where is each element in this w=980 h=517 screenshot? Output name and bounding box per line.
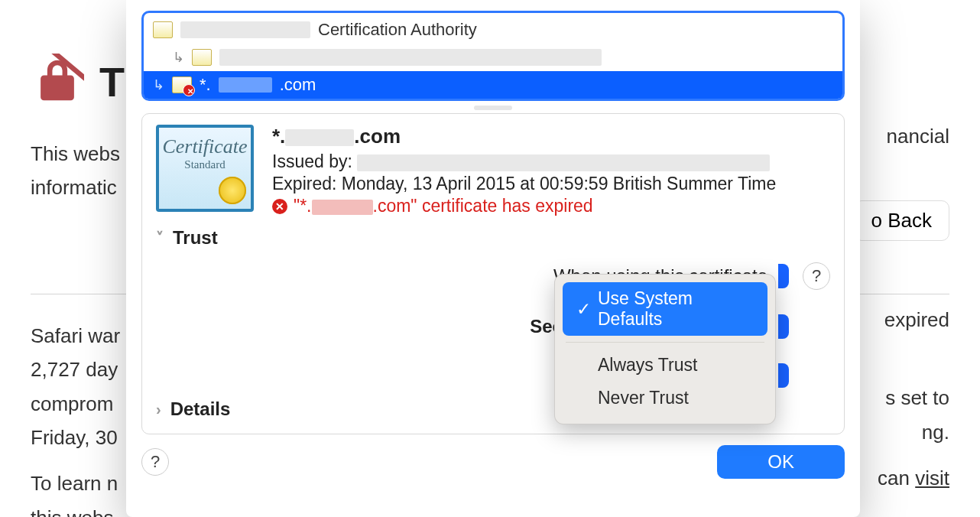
dropdown-option-label: Never Trust bbox=[598, 388, 689, 408]
trust-select[interactable] bbox=[778, 264, 789, 288]
help-button[interactable]: ? bbox=[803, 262, 830, 290]
certificate-icon bbox=[192, 49, 212, 66]
lock-slash-icon bbox=[31, 54, 84, 109]
bg-text: This webs bbox=[31, 142, 120, 165]
bg-text: To learn n bbox=[31, 472, 118, 495]
ok-button[interactable]: OK bbox=[717, 445, 845, 479]
arrow-down-right-icon: ↳ bbox=[173, 49, 184, 66]
chevron-down-icon: ˅ bbox=[156, 229, 164, 247]
chevron-right-icon: › bbox=[156, 401, 161, 418]
dropdown-option-never-trust[interactable]: Never Trust bbox=[563, 382, 767, 415]
bg-text: can bbox=[878, 467, 915, 489]
redacted-text bbox=[180, 21, 310, 38]
chain-leaf-label: .com bbox=[280, 75, 316, 95]
trust-select[interactable] bbox=[778, 363, 789, 388]
expired-line: Expired: Monday, 13 April 2015 at 00:59:… bbox=[272, 174, 830, 194]
error-icon: ✕ bbox=[272, 199, 287, 214]
bg-text: nancial bbox=[887, 125, 949, 148]
chain-intermediate[interactable]: ↳ bbox=[148, 44, 838, 71]
resize-handle[interactable] bbox=[474, 106, 512, 110]
trust-select[interactable] bbox=[778, 314, 789, 339]
check-icon: ✓ bbox=[576, 299, 590, 320]
bg-text: 2,727 day bbox=[31, 358, 118, 381]
issued-by-line: Issued by: bbox=[272, 151, 830, 172]
chain-leaf-selected[interactable]: ↳ *. .com bbox=[144, 71, 842, 99]
dropdown-option-always-trust[interactable]: Always Trust bbox=[563, 349, 767, 382]
visit-link[interactable]: visit bbox=[915, 467, 949, 489]
bg-text: informatic bbox=[31, 176, 117, 199]
certificate-name: *..com bbox=[272, 125, 830, 148]
certificate-badge-icon: Certificate Standard bbox=[156, 125, 254, 212]
arrow-down-right-icon: ↳ bbox=[153, 76, 164, 93]
redacted-text bbox=[219, 77, 272, 93]
badge-text: Certificate bbox=[159, 128, 251, 158]
go-back-button[interactable]: o Back bbox=[854, 200, 950, 241]
chain-root-label: Certification Authority bbox=[318, 20, 477, 40]
chain-root[interactable]: Certification Authority bbox=[148, 16, 838, 44]
certificate-error-line: ✕ "*..com" certificate has expired bbox=[272, 196, 830, 216]
menu-separator bbox=[566, 342, 764, 343]
bg-text: Safari war bbox=[31, 324, 120, 347]
chain-leaf-label: *. bbox=[200, 75, 211, 95]
redacted-text bbox=[219, 49, 602, 66]
seal-icon bbox=[219, 177, 246, 204]
page-title: T bbox=[99, 58, 125, 106]
bg-text: Friday, 30 bbox=[31, 426, 118, 449]
dialog-help-button[interactable]: ? bbox=[141, 448, 169, 476]
certificate-chain[interactable]: Certification Authority ↳ ↳ *. .com bbox=[141, 11, 845, 101]
trust-disclosure[interactable]: ˅ Trust bbox=[156, 227, 830, 249]
trust-header: Trust bbox=[173, 227, 218, 249]
details-header: Details bbox=[170, 398, 231, 420]
dropdown-option-label: Always Trust bbox=[598, 355, 697, 376]
certificate-error-icon bbox=[172, 76, 192, 93]
trust-dropdown-menu: ✓ Use System Defaults Always Trust Never… bbox=[554, 274, 776, 424]
bg-text: s set to bbox=[885, 386, 949, 409]
bg-text: ng. bbox=[922, 421, 949, 444]
bg-text: comprom bbox=[31, 392, 113, 415]
dropdown-option-label: Use System Defaults bbox=[598, 288, 754, 330]
certificate-icon bbox=[153, 21, 173, 38]
certificate-dialog: Certification Authority ↳ ↳ *. .com Cert… bbox=[126, 0, 860, 517]
visit-website-link[interactable]: this webs bbox=[31, 506, 113, 517]
badge-text: Standard bbox=[159, 158, 251, 171]
dropdown-option-use-system-defaults[interactable]: ✓ Use System Defaults bbox=[563, 282, 767, 336]
bg-text: expired bbox=[884, 308, 949, 331]
